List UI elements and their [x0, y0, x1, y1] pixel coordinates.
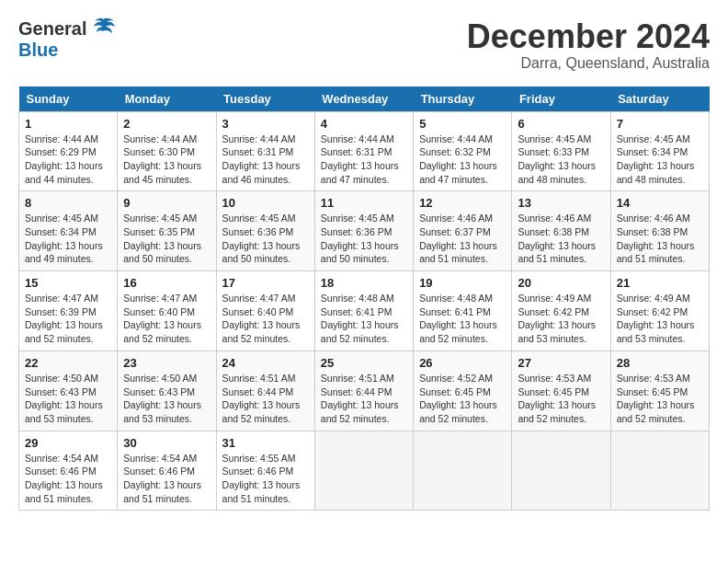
- day-info: Sunrise: 4:51 AM Sunset: 6:44 PM Dayligh…: [321, 372, 407, 426]
- table-row: 31Sunrise: 4:55 AM Sunset: 6:46 PM Dayli…: [216, 431, 314, 511]
- day-info: Sunrise: 4:55 AM Sunset: 6:46 PM Dayligh…: [222, 452, 309, 506]
- table-row: 3Sunrise: 4:44 AM Sunset: 6:31 PM Daylig…: [216, 111, 314, 191]
- col-friday: Friday: [512, 86, 610, 112]
- calendar-week-row: 8Sunrise: 4:45 AM Sunset: 6:34 PM Daylig…: [19, 191, 710, 271]
- day-info: Sunrise: 4:46 AM Sunset: 6:38 PM Dayligh…: [518, 212, 604, 266]
- logo-bird-icon: [90, 17, 116, 36]
- day-info: Sunrise: 4:54 AM Sunset: 6:46 PM Dayligh…: [25, 452, 111, 506]
- day-info: Sunrise: 4:53 AM Sunset: 6:45 PM Dayligh…: [518, 372, 604, 426]
- table-row: 27Sunrise: 4:53 AM Sunset: 6:45 PM Dayli…: [512, 350, 610, 431]
- calendar-week-row: 1Sunrise: 4:44 AM Sunset: 6:29 PM Daylig…: [19, 111, 710, 191]
- day-number: 27: [518, 356, 604, 370]
- col-monday: Monday: [118, 86, 216, 112]
- day-number: 2: [123, 117, 210, 131]
- day-info: Sunrise: 4:45 AM Sunset: 6:34 PM Dayligh…: [25, 212, 111, 266]
- table-row: 26Sunrise: 4:52 AM Sunset: 6:45 PM Dayli…: [414, 350, 512, 431]
- table-row: 17Sunrise: 4:47 AM Sunset: 6:40 PM Dayli…: [216, 271, 314, 351]
- day-info: Sunrise: 4:46 AM Sunset: 6:38 PM Dayligh…: [617, 212, 703, 266]
- day-info: Sunrise: 4:51 AM Sunset: 6:44 PM Dayligh…: [222, 372, 309, 426]
- day-info: Sunrise: 4:46 AM Sunset: 6:37 PM Dayligh…: [419, 212, 506, 266]
- day-number: 24: [222, 356, 309, 370]
- day-number: 14: [617, 196, 703, 210]
- day-info: Sunrise: 4:44 AM Sunset: 6:30 PM Dayligh…: [123, 132, 210, 187]
- table-row: 30Sunrise: 4:54 AM Sunset: 6:46 PM Dayli…: [118, 431, 216, 511]
- table-row: 6Sunrise: 4:45 AM Sunset: 6:33 PM Daylig…: [512, 111, 610, 191]
- table-row: 15Sunrise: 4:47 AM Sunset: 6:39 PM Dayli…: [19, 271, 118, 351]
- day-number: 9: [123, 196, 210, 210]
- table-row: 28Sunrise: 4:53 AM Sunset: 6:45 PM Dayli…: [610, 350, 709, 431]
- table-row: 7Sunrise: 4:45 AM Sunset: 6:34 PM Daylig…: [610, 111, 709, 191]
- table-row: 19Sunrise: 4:48 AM Sunset: 6:41 PM Dayli…: [414, 271, 512, 351]
- day-number: 25: [321, 356, 407, 370]
- logo-blue: Blue: [18, 40, 58, 61]
- table-row: 18Sunrise: 4:48 AM Sunset: 6:41 PM Dayli…: [314, 271, 413, 351]
- day-number: 15: [25, 276, 111, 290]
- day-info: Sunrise: 4:45 AM Sunset: 6:33 PM Dayligh…: [518, 132, 604, 187]
- day-number: 19: [419, 276, 506, 290]
- col-wednesday: Wednesday: [314, 86, 413, 112]
- day-info: Sunrise: 4:44 AM Sunset: 6:31 PM Dayligh…: [321, 132, 407, 187]
- month-title: December 2024: [467, 18, 710, 55]
- day-info: Sunrise: 4:50 AM Sunset: 6:43 PM Dayligh…: [123, 372, 210, 426]
- location: Darra, Queensland, Australia: [467, 55, 710, 72]
- day-number: 7: [617, 117, 703, 131]
- day-info: Sunrise: 4:47 AM Sunset: 6:40 PM Dayligh…: [123, 292, 210, 346]
- col-tuesday: Tuesday: [216, 86, 314, 112]
- day-info: Sunrise: 4:49 AM Sunset: 6:42 PM Dayligh…: [617, 292, 703, 346]
- col-sunday: Sunday: [19, 86, 118, 112]
- table-row: [610, 431, 709, 511]
- day-info: Sunrise: 4:45 AM Sunset: 6:35 PM Dayligh…: [123, 212, 210, 266]
- day-number: 16: [123, 276, 210, 290]
- table-row: 13Sunrise: 4:46 AM Sunset: 6:38 PM Dayli…: [512, 191, 610, 271]
- calendar-header-row: Sunday Monday Tuesday Wednesday Thursday…: [19, 86, 710, 112]
- table-row: 24Sunrise: 4:51 AM Sunset: 6:44 PM Dayli…: [216, 350, 314, 431]
- table-row: 16Sunrise: 4:47 AM Sunset: 6:40 PM Dayli…: [118, 271, 216, 351]
- day-number: 30: [123, 436, 210, 450]
- table-row: 23Sunrise: 4:50 AM Sunset: 6:43 PM Dayli…: [118, 350, 216, 431]
- table-row: 12Sunrise: 4:46 AM Sunset: 6:37 PM Dayli…: [414, 191, 512, 271]
- day-info: Sunrise: 4:48 AM Sunset: 6:41 PM Dayligh…: [321, 292, 407, 346]
- day-number: 21: [617, 276, 703, 290]
- day-info: Sunrise: 4:49 AM Sunset: 6:42 PM Dayligh…: [518, 292, 604, 346]
- day-number: 3: [222, 117, 309, 131]
- page-header: General Blue December 2024 Darra, Queens…: [18, 18, 710, 72]
- day-info: Sunrise: 4:44 AM Sunset: 6:29 PM Dayligh…: [25, 132, 111, 187]
- day-number: 31: [222, 436, 309, 450]
- day-number: 11: [321, 196, 407, 210]
- day-info: Sunrise: 4:45 AM Sunset: 6:34 PM Dayligh…: [617, 132, 703, 187]
- title-block: December 2024 Darra, Queensland, Austral…: [467, 18, 710, 72]
- table-row: 21Sunrise: 4:49 AM Sunset: 6:42 PM Dayli…: [610, 271, 709, 351]
- table-row: 5Sunrise: 4:44 AM Sunset: 6:32 PM Daylig…: [414, 111, 512, 191]
- table-row: 22Sunrise: 4:50 AM Sunset: 6:43 PM Dayli…: [19, 350, 118, 431]
- day-info: Sunrise: 4:53 AM Sunset: 6:45 PM Dayligh…: [617, 372, 703, 426]
- day-info: Sunrise: 4:45 AM Sunset: 6:36 PM Dayligh…: [321, 212, 407, 266]
- day-number: 28: [617, 356, 703, 370]
- table-row: 11Sunrise: 4:45 AM Sunset: 6:36 PM Dayli…: [314, 191, 413, 271]
- table-row: 20Sunrise: 4:49 AM Sunset: 6:42 PM Dayli…: [512, 271, 610, 351]
- day-info: Sunrise: 4:52 AM Sunset: 6:45 PM Dayligh…: [419, 372, 506, 426]
- day-number: 5: [419, 117, 506, 131]
- calendar-week-row: 22Sunrise: 4:50 AM Sunset: 6:43 PM Dayli…: [19, 350, 710, 431]
- table-row: 25Sunrise: 4:51 AM Sunset: 6:44 PM Dayli…: [314, 350, 413, 431]
- table-row: 10Sunrise: 4:45 AM Sunset: 6:36 PM Dayli…: [216, 191, 314, 271]
- day-number: 26: [419, 356, 506, 370]
- day-info: Sunrise: 4:47 AM Sunset: 6:40 PM Dayligh…: [222, 292, 309, 346]
- day-info: Sunrise: 4:47 AM Sunset: 6:39 PM Dayligh…: [25, 292, 111, 346]
- col-saturday: Saturday: [610, 86, 709, 112]
- table-row: 29Sunrise: 4:54 AM Sunset: 6:46 PM Dayli…: [19, 431, 118, 511]
- table-row: 4Sunrise: 4:44 AM Sunset: 6:31 PM Daylig…: [314, 111, 413, 191]
- table-row: [414, 431, 512, 511]
- table-row: [512, 431, 610, 511]
- day-number: 22: [25, 356, 111, 370]
- table-row: 2Sunrise: 4:44 AM Sunset: 6:30 PM Daylig…: [118, 111, 216, 191]
- day-number: 29: [25, 436, 111, 450]
- day-info: Sunrise: 4:50 AM Sunset: 6:43 PM Dayligh…: [25, 372, 111, 426]
- table-row: 1Sunrise: 4:44 AM Sunset: 6:29 PM Daylig…: [19, 111, 118, 191]
- day-number: 8: [25, 196, 111, 210]
- logo-general: General: [18, 18, 86, 40]
- table-row: [314, 431, 413, 511]
- calendar-week-row: 29Sunrise: 4:54 AM Sunset: 6:46 PM Dayli…: [19, 431, 710, 511]
- logo: General Blue: [18, 18, 116, 61]
- day-info: Sunrise: 4:45 AM Sunset: 6:36 PM Dayligh…: [222, 212, 309, 266]
- calendar-table: Sunday Monday Tuesday Wednesday Thursday…: [18, 86, 710, 511]
